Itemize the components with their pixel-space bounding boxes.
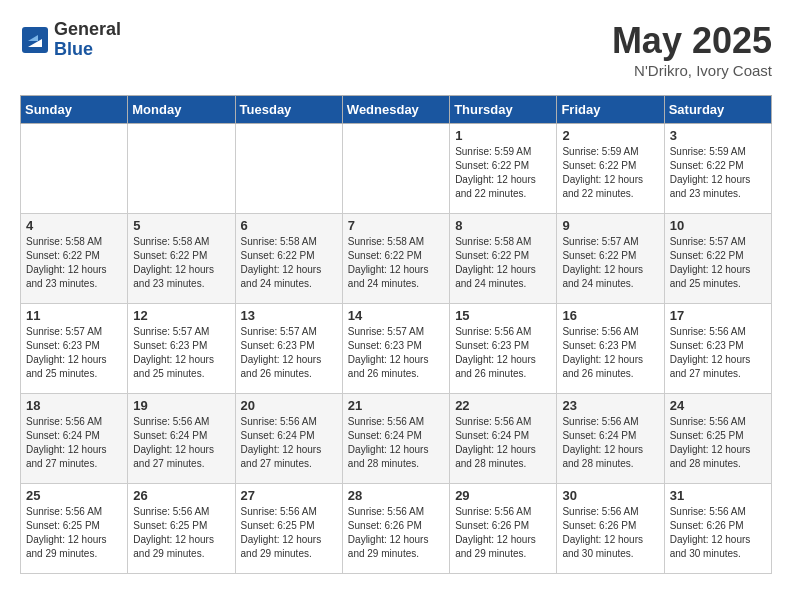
week-row-5: 25Sunrise: 5:56 AM Sunset: 6:25 PM Dayli… — [21, 484, 772, 574]
day-info: Sunrise: 5:56 AM Sunset: 6:26 PM Dayligh… — [348, 505, 444, 561]
calendar-cell: 9Sunrise: 5:57 AM Sunset: 6:22 PM Daylig… — [557, 214, 664, 304]
day-info: Sunrise: 5:58 AM Sunset: 6:22 PM Dayligh… — [348, 235, 444, 291]
day-number: 28 — [348, 488, 444, 503]
day-info: Sunrise: 5:56 AM Sunset: 6:24 PM Dayligh… — [241, 415, 337, 471]
day-info: Sunrise: 5:56 AM Sunset: 6:24 PM Dayligh… — [455, 415, 551, 471]
calendar-cell: 24Sunrise: 5:56 AM Sunset: 6:25 PM Dayli… — [664, 394, 771, 484]
logo: General Blue — [20, 20, 121, 60]
weekday-header-monday: Monday — [128, 96, 235, 124]
day-info: Sunrise: 5:58 AM Sunset: 6:22 PM Dayligh… — [26, 235, 122, 291]
day-info: Sunrise: 5:58 AM Sunset: 6:22 PM Dayligh… — [133, 235, 229, 291]
day-info: Sunrise: 5:57 AM Sunset: 6:22 PM Dayligh… — [670, 235, 766, 291]
day-number: 24 — [670, 398, 766, 413]
day-info: Sunrise: 5:58 AM Sunset: 6:22 PM Dayligh… — [241, 235, 337, 291]
day-info: Sunrise: 5:56 AM Sunset: 6:23 PM Dayligh… — [562, 325, 658, 381]
day-info: Sunrise: 5:56 AM Sunset: 6:25 PM Dayligh… — [670, 415, 766, 471]
day-info: Sunrise: 5:59 AM Sunset: 6:22 PM Dayligh… — [455, 145, 551, 201]
day-number: 6 — [241, 218, 337, 233]
day-info: Sunrise: 5:57 AM Sunset: 6:22 PM Dayligh… — [562, 235, 658, 291]
calendar-cell: 11Sunrise: 5:57 AM Sunset: 6:23 PM Dayli… — [21, 304, 128, 394]
week-row-1: 1Sunrise: 5:59 AM Sunset: 6:22 PM Daylig… — [21, 124, 772, 214]
calendar-cell: 31Sunrise: 5:56 AM Sunset: 6:26 PM Dayli… — [664, 484, 771, 574]
day-info: Sunrise: 5:56 AM Sunset: 6:25 PM Dayligh… — [26, 505, 122, 561]
day-number: 9 — [562, 218, 658, 233]
page-header: General Blue May 2025 N'Drikro, Ivory Co… — [20, 20, 772, 79]
day-number: 15 — [455, 308, 551, 323]
calendar-cell: 15Sunrise: 5:56 AM Sunset: 6:23 PM Dayli… — [450, 304, 557, 394]
day-number: 7 — [348, 218, 444, 233]
day-number: 12 — [133, 308, 229, 323]
day-number: 20 — [241, 398, 337, 413]
calendar-cell: 12Sunrise: 5:57 AM Sunset: 6:23 PM Dayli… — [128, 304, 235, 394]
calendar-cell: 14Sunrise: 5:57 AM Sunset: 6:23 PM Dayli… — [342, 304, 449, 394]
day-number: 19 — [133, 398, 229, 413]
day-info: Sunrise: 5:56 AM Sunset: 6:24 PM Dayligh… — [133, 415, 229, 471]
day-number: 21 — [348, 398, 444, 413]
month-title: May 2025 — [612, 20, 772, 62]
calendar-cell: 10Sunrise: 5:57 AM Sunset: 6:22 PM Dayli… — [664, 214, 771, 304]
calendar-cell: 13Sunrise: 5:57 AM Sunset: 6:23 PM Dayli… — [235, 304, 342, 394]
weekday-header-tuesday: Tuesday — [235, 96, 342, 124]
calendar-cell: 20Sunrise: 5:56 AM Sunset: 6:24 PM Dayli… — [235, 394, 342, 484]
calendar-cell: 21Sunrise: 5:56 AM Sunset: 6:24 PM Dayli… — [342, 394, 449, 484]
calendar-cell: 2Sunrise: 5:59 AM Sunset: 6:22 PM Daylig… — [557, 124, 664, 214]
weekday-header-sunday: Sunday — [21, 96, 128, 124]
calendar-cell — [128, 124, 235, 214]
day-number: 1 — [455, 128, 551, 143]
day-number: 18 — [26, 398, 122, 413]
day-info: Sunrise: 5:56 AM Sunset: 6:26 PM Dayligh… — [455, 505, 551, 561]
day-info: Sunrise: 5:57 AM Sunset: 6:23 PM Dayligh… — [241, 325, 337, 381]
day-number: 17 — [670, 308, 766, 323]
calendar-cell: 1Sunrise: 5:59 AM Sunset: 6:22 PM Daylig… — [450, 124, 557, 214]
calendar-cell — [235, 124, 342, 214]
calendar-cell: 4Sunrise: 5:58 AM Sunset: 6:22 PM Daylig… — [21, 214, 128, 304]
weekday-header-wednesday: Wednesday — [342, 96, 449, 124]
day-number: 11 — [26, 308, 122, 323]
day-number: 5 — [133, 218, 229, 233]
day-info: Sunrise: 5:56 AM Sunset: 6:23 PM Dayligh… — [670, 325, 766, 381]
calendar-cell: 17Sunrise: 5:56 AM Sunset: 6:23 PM Dayli… — [664, 304, 771, 394]
calendar-table: SundayMondayTuesdayWednesdayThursdayFrid… — [20, 95, 772, 574]
weekday-header-friday: Friday — [557, 96, 664, 124]
weekday-header-row: SundayMondayTuesdayWednesdayThursdayFrid… — [21, 96, 772, 124]
day-info: Sunrise: 5:57 AM Sunset: 6:23 PM Dayligh… — [348, 325, 444, 381]
calendar-cell: 18Sunrise: 5:56 AM Sunset: 6:24 PM Dayli… — [21, 394, 128, 484]
day-number: 14 — [348, 308, 444, 323]
calendar-cell: 23Sunrise: 5:56 AM Sunset: 6:24 PM Dayli… — [557, 394, 664, 484]
calendar-cell: 5Sunrise: 5:58 AM Sunset: 6:22 PM Daylig… — [128, 214, 235, 304]
location: N'Drikro, Ivory Coast — [612, 62, 772, 79]
day-number: 8 — [455, 218, 551, 233]
calendar-cell — [342, 124, 449, 214]
day-number: 26 — [133, 488, 229, 503]
day-info: Sunrise: 5:56 AM Sunset: 6:26 PM Dayligh… — [562, 505, 658, 561]
calendar-cell: 28Sunrise: 5:56 AM Sunset: 6:26 PM Dayli… — [342, 484, 449, 574]
day-number: 2 — [562, 128, 658, 143]
day-number: 10 — [670, 218, 766, 233]
day-number: 16 — [562, 308, 658, 323]
day-number: 13 — [241, 308, 337, 323]
weekday-header-thursday: Thursday — [450, 96, 557, 124]
day-info: Sunrise: 5:58 AM Sunset: 6:22 PM Dayligh… — [455, 235, 551, 291]
day-number: 23 — [562, 398, 658, 413]
day-number: 29 — [455, 488, 551, 503]
calendar-cell: 19Sunrise: 5:56 AM Sunset: 6:24 PM Dayli… — [128, 394, 235, 484]
week-row-2: 4Sunrise: 5:58 AM Sunset: 6:22 PM Daylig… — [21, 214, 772, 304]
calendar-cell: 26Sunrise: 5:56 AM Sunset: 6:25 PM Dayli… — [128, 484, 235, 574]
logo-blue: Blue — [54, 40, 121, 60]
day-number: 3 — [670, 128, 766, 143]
calendar-cell: 29Sunrise: 5:56 AM Sunset: 6:26 PM Dayli… — [450, 484, 557, 574]
day-info: Sunrise: 5:57 AM Sunset: 6:23 PM Dayligh… — [26, 325, 122, 381]
calendar-cell: 3Sunrise: 5:59 AM Sunset: 6:22 PM Daylig… — [664, 124, 771, 214]
day-info: Sunrise: 5:56 AM Sunset: 6:25 PM Dayligh… — [133, 505, 229, 561]
weekday-header-saturday: Saturday — [664, 96, 771, 124]
day-info: Sunrise: 5:56 AM Sunset: 6:24 PM Dayligh… — [562, 415, 658, 471]
logo-general: General — [54, 20, 121, 40]
calendar-cell: 7Sunrise: 5:58 AM Sunset: 6:22 PM Daylig… — [342, 214, 449, 304]
week-row-4: 18Sunrise: 5:56 AM Sunset: 6:24 PM Dayli… — [21, 394, 772, 484]
logo-icon — [20, 25, 50, 55]
calendar-cell: 30Sunrise: 5:56 AM Sunset: 6:26 PM Dayli… — [557, 484, 664, 574]
calendar-cell: 16Sunrise: 5:56 AM Sunset: 6:23 PM Dayli… — [557, 304, 664, 394]
day-info: Sunrise: 5:56 AM Sunset: 6:24 PM Dayligh… — [26, 415, 122, 471]
day-number: 4 — [26, 218, 122, 233]
calendar-cell: 25Sunrise: 5:56 AM Sunset: 6:25 PM Dayli… — [21, 484, 128, 574]
